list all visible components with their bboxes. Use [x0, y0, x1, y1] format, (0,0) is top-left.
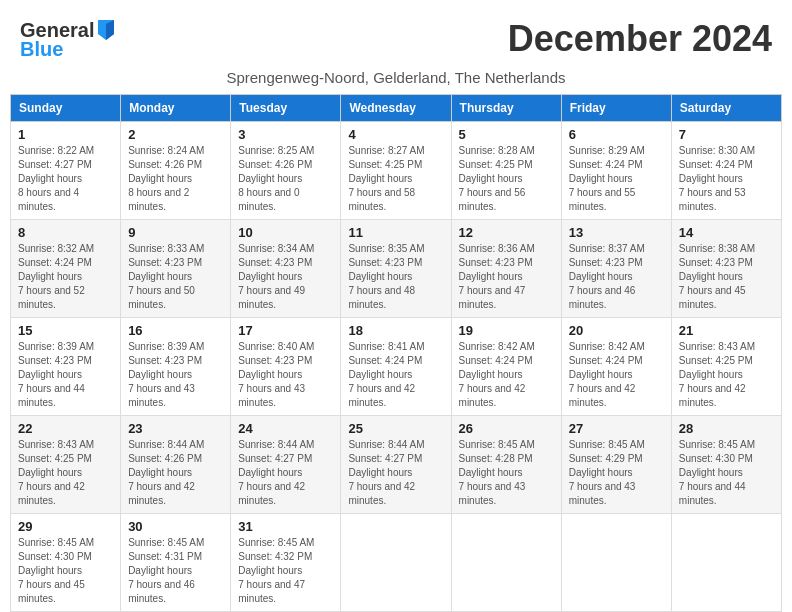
weekday-thursday: Thursday [451, 95, 561, 122]
week-row-2: 8 Sunrise: 8:32 AM Sunset: 4:24 PM Dayli… [11, 220, 782, 318]
day-number: 13 [569, 225, 664, 240]
day-number: 22 [18, 421, 113, 436]
day-number: 1 [18, 127, 113, 142]
week-row-4: 22 Sunrise: 8:43 AM Sunset: 4:25 PM Dayl… [11, 416, 782, 514]
day-info: Sunrise: 8:39 AM Sunset: 4:23 PM Dayligh… [18, 340, 113, 410]
logo-blue: Blue [20, 38, 63, 61]
day-number: 26 [459, 421, 554, 436]
day-number: 24 [238, 421, 333, 436]
day-number: 4 [348, 127, 443, 142]
day-info: Sunrise: 8:45 AM Sunset: 4:30 PM Dayligh… [679, 438, 774, 508]
day-info: Sunrise: 8:43 AM Sunset: 4:25 PM Dayligh… [18, 438, 113, 508]
day-info: Sunrise: 8:44 AM Sunset: 4:26 PM Dayligh… [128, 438, 223, 508]
day-number: 21 [679, 323, 774, 338]
calendar-cell: 3 Sunrise: 8:25 AM Sunset: 4:26 PM Dayli… [231, 122, 341, 220]
calendar-cell: 24 Sunrise: 8:44 AM Sunset: 4:27 PM Dayl… [231, 416, 341, 514]
calendar-cell [341, 514, 451, 612]
day-info: Sunrise: 8:28 AM Sunset: 4:25 PM Dayligh… [459, 144, 554, 214]
day-info: Sunrise: 8:27 AM Sunset: 4:25 PM Dayligh… [348, 144, 443, 214]
calendar-cell: 7 Sunrise: 8:30 AM Sunset: 4:24 PM Dayli… [671, 122, 781, 220]
day-number: 17 [238, 323, 333, 338]
calendar-cell: 5 Sunrise: 8:28 AM Sunset: 4:25 PM Dayli… [451, 122, 561, 220]
day-info: Sunrise: 8:24 AM Sunset: 4:26 PM Dayligh… [128, 144, 223, 214]
calendar-cell: 23 Sunrise: 8:44 AM Sunset: 4:26 PM Dayl… [121, 416, 231, 514]
calendar-cell: 28 Sunrise: 8:45 AM Sunset: 4:30 PM Dayl… [671, 416, 781, 514]
weekday-header-row: SundayMondayTuesdayWednesdayThursdayFrid… [11, 95, 782, 122]
day-info: Sunrise: 8:25 AM Sunset: 4:26 PM Dayligh… [238, 144, 333, 214]
day-number: 15 [18, 323, 113, 338]
day-info: Sunrise: 8:43 AM Sunset: 4:25 PM Dayligh… [679, 340, 774, 410]
day-info: Sunrise: 8:45 AM Sunset: 4:30 PM Dayligh… [18, 536, 113, 606]
day-info: Sunrise: 8:45 AM Sunset: 4:28 PM Dayligh… [459, 438, 554, 508]
calendar-cell: 22 Sunrise: 8:43 AM Sunset: 4:25 PM Dayl… [11, 416, 121, 514]
day-number: 10 [238, 225, 333, 240]
day-info: Sunrise: 8:37 AM Sunset: 4:23 PM Dayligh… [569, 242, 664, 312]
day-number: 25 [348, 421, 443, 436]
day-info: Sunrise: 8:45 AM Sunset: 4:32 PM Dayligh… [238, 536, 333, 606]
calendar-cell: 29 Sunrise: 8:45 AM Sunset: 4:30 PM Dayl… [11, 514, 121, 612]
calendar-cell: 11 Sunrise: 8:35 AM Sunset: 4:23 PM Dayl… [341, 220, 451, 318]
calendar-cell: 13 Sunrise: 8:37 AM Sunset: 4:23 PM Dayl… [561, 220, 671, 318]
weekday-wednesday: Wednesday [341, 95, 451, 122]
calendar-cell [561, 514, 671, 612]
calendar-cell: 20 Sunrise: 8:42 AM Sunset: 4:24 PM Dayl… [561, 318, 671, 416]
day-number: 28 [679, 421, 774, 436]
calendar-cell: 8 Sunrise: 8:32 AM Sunset: 4:24 PM Dayli… [11, 220, 121, 318]
calendar-cell [451, 514, 561, 612]
day-number: 20 [569, 323, 664, 338]
weekday-saturday: Saturday [671, 95, 781, 122]
calendar-subtitle: Sprengenweg-Noord, Gelderland, The Nethe… [10, 69, 782, 86]
calendar-cell: 18 Sunrise: 8:41 AM Sunset: 4:24 PM Dayl… [341, 318, 451, 416]
day-info: Sunrise: 8:29 AM Sunset: 4:24 PM Dayligh… [569, 144, 664, 214]
weekday-monday: Monday [121, 95, 231, 122]
day-number: 3 [238, 127, 333, 142]
calendar-cell: 17 Sunrise: 8:40 AM Sunset: 4:23 PM Dayl… [231, 318, 341, 416]
calendar-cell: 10 Sunrise: 8:34 AM Sunset: 4:23 PM Dayl… [231, 220, 341, 318]
day-number: 19 [459, 323, 554, 338]
day-info: Sunrise: 8:32 AM Sunset: 4:24 PM Dayligh… [18, 242, 113, 312]
day-info: Sunrise: 8:42 AM Sunset: 4:24 PM Dayligh… [569, 340, 664, 410]
day-number: 9 [128, 225, 223, 240]
day-info: Sunrise: 8:30 AM Sunset: 4:24 PM Dayligh… [679, 144, 774, 214]
week-row-5: 29 Sunrise: 8:45 AM Sunset: 4:30 PM Dayl… [11, 514, 782, 612]
day-number: 31 [238, 519, 333, 534]
calendar-cell: 16 Sunrise: 8:39 AM Sunset: 4:23 PM Dayl… [121, 318, 231, 416]
calendar-cell: 14 Sunrise: 8:38 AM Sunset: 4:23 PM Dayl… [671, 220, 781, 318]
calendar-cell: 19 Sunrise: 8:42 AM Sunset: 4:24 PM Dayl… [451, 318, 561, 416]
day-info: Sunrise: 8:39 AM Sunset: 4:23 PM Dayligh… [128, 340, 223, 410]
day-info: Sunrise: 8:34 AM Sunset: 4:23 PM Dayligh… [238, 242, 333, 312]
calendar-cell: 30 Sunrise: 8:45 AM Sunset: 4:31 PM Dayl… [121, 514, 231, 612]
day-number: 14 [679, 225, 774, 240]
day-number: 12 [459, 225, 554, 240]
day-number: 29 [18, 519, 113, 534]
calendar-cell: 21 Sunrise: 8:43 AM Sunset: 4:25 PM Dayl… [671, 318, 781, 416]
week-row-3: 15 Sunrise: 8:39 AM Sunset: 4:23 PM Dayl… [11, 318, 782, 416]
day-info: Sunrise: 8:42 AM Sunset: 4:24 PM Dayligh… [459, 340, 554, 410]
week-row-1: 1 Sunrise: 8:22 AM Sunset: 4:27 PM Dayli… [11, 122, 782, 220]
day-number: 23 [128, 421, 223, 436]
calendar-cell: 15 Sunrise: 8:39 AM Sunset: 4:23 PM Dayl… [11, 318, 121, 416]
calendar-cell: 6 Sunrise: 8:29 AM Sunset: 4:24 PM Dayli… [561, 122, 671, 220]
day-info: Sunrise: 8:44 AM Sunset: 4:27 PM Dayligh… [348, 438, 443, 508]
calendar-cell: 1 Sunrise: 8:22 AM Sunset: 4:27 PM Dayli… [11, 122, 121, 220]
day-info: Sunrise: 8:40 AM Sunset: 4:23 PM Dayligh… [238, 340, 333, 410]
calendar-cell: 26 Sunrise: 8:45 AM Sunset: 4:28 PM Dayl… [451, 416, 561, 514]
calendar-cell: 25 Sunrise: 8:44 AM Sunset: 4:27 PM Dayl… [341, 416, 451, 514]
day-number: 30 [128, 519, 223, 534]
day-number: 7 [679, 127, 774, 142]
day-info: Sunrise: 8:45 AM Sunset: 4:31 PM Dayligh… [128, 536, 223, 606]
day-number: 27 [569, 421, 664, 436]
weekday-tuesday: Tuesday [231, 95, 341, 122]
calendar-cell: 12 Sunrise: 8:36 AM Sunset: 4:23 PM Dayl… [451, 220, 561, 318]
logo: General Blue [20, 18, 116, 61]
weekday-sunday: Sunday [11, 95, 121, 122]
day-number: 8 [18, 225, 113, 240]
day-info: Sunrise: 8:45 AM Sunset: 4:29 PM Dayligh… [569, 438, 664, 508]
day-info: Sunrise: 8:41 AM Sunset: 4:24 PM Dayligh… [348, 340, 443, 410]
calendar-cell: 27 Sunrise: 8:45 AM Sunset: 4:29 PM Dayl… [561, 416, 671, 514]
weekday-friday: Friday [561, 95, 671, 122]
day-number: 11 [348, 225, 443, 240]
calendar-table: SundayMondayTuesdayWednesdayThursdayFrid… [10, 94, 782, 612]
day-number: 6 [569, 127, 664, 142]
month-title: December 2024 [508, 18, 772, 60]
